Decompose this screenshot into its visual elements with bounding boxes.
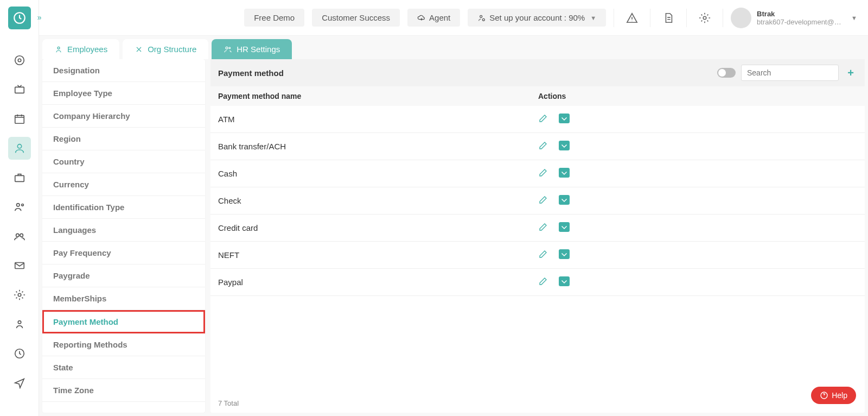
help-button[interactable]: Help — [811, 387, 856, 404]
settings-item-payment-method[interactable]: Payment Method — [42, 310, 205, 333]
setup-account-button[interactable]: Set up your account : 90% ▼ — [468, 9, 606, 27]
nav-profile[interactable] — [8, 313, 31, 336]
svg-rect-6 — [15, 175, 24, 181]
edit-icon[interactable] — [538, 168, 548, 179]
nav-people[interactable] — [8, 137, 31, 160]
tab-hr-settings[interactable]: HR Settings — [212, 39, 292, 59]
settings-item-reporting-methods[interactable]: Reporting Methods — [42, 333, 205, 356]
content-panel: Payment method + Payment method name Act… — [210, 59, 865, 413]
settings-sidebar: Designation Employee Type Company Hierar… — [42, 59, 205, 413]
column-actions-header: Actions — [538, 92, 603, 100]
svg-point-2 — [18, 59, 21, 62]
people-settings-icon — [224, 45, 232, 54]
archive-icon[interactable] — [559, 141, 570, 150]
table-row: Credit card — [210, 215, 865, 242]
help-icon — [820, 391, 828, 400]
archive-icon[interactable] — [559, 114, 570, 123]
settings-item-paygrade[interactable]: Paygrade — [42, 264, 205, 287]
svg-point-16 — [483, 18, 485, 21]
settings-item-identification-type[interactable]: Identification Type — [42, 196, 205, 219]
divider — [723, 9, 723, 27]
edit-icon[interactable] — [538, 222, 548, 234]
nav-calendar[interactable] — [8, 108, 31, 130]
agent-button[interactable]: Agent — [407, 9, 460, 27]
archive-icon[interactable] — [559, 276, 570, 286]
table-row: Bank transfer/ACH — [210, 133, 865, 160]
settings-item-pay-frequency[interactable]: Pay Frequency — [42, 242, 205, 264]
tab-hr-label: HR Settings — [237, 45, 280, 54]
tab-org-structure[interactable]: Org Structure — [123, 39, 208, 59]
settings-item-time-zone[interactable]: Time Zone — [42, 379, 205, 402]
document-icon[interactable] — [658, 8, 679, 28]
chevron-down-icon: ▼ — [851, 15, 857, 21]
free-demo-button[interactable]: Free Demo — [244, 9, 304, 27]
svg-point-19 — [226, 47, 228, 49]
row-name: NEFT — [218, 250, 538, 260]
settings-item-memberships[interactable]: MemberShips — [42, 287, 205, 310]
settings-item-company-hierarchy[interactable]: Company Hierarchy — [42, 105, 205, 128]
avatar — [731, 8, 751, 28]
expand-sidebar-icon[interactable]: » — [37, 13, 42, 22]
settings-item-employee-type[interactable]: Employee Type — [42, 82, 205, 105]
edit-icon[interactable] — [538, 141, 548, 152]
tab-employees[interactable]: Employees — [42, 39, 119, 59]
nav-mail[interactable] — [8, 254, 31, 277]
archive-icon[interactable] — [559, 222, 570, 232]
user-email: btrak607-development@gm... — [757, 18, 844, 26]
tools-icon — [135, 45, 143, 54]
column-name-header: Payment method name — [218, 92, 538, 100]
nav-clock[interactable] — [8, 342, 31, 365]
settings-item-state[interactable]: State — [42, 356, 205, 379]
add-button[interactable]: + — [844, 66, 857, 79]
table-row: Cash — [210, 160, 865, 187]
table-body: ATMBank transfer/ACHCashCheckCredit card… — [210, 106, 865, 394]
edit-icon[interactable] — [538, 249, 548, 261]
gear-icon[interactable] — [694, 8, 715, 28]
row-name: Cash — [218, 169, 538, 178]
nav-briefcase[interactable] — [8, 166, 31, 189]
user-menu[interactable]: Btrak btrak607-development@gm... ▼ — [731, 8, 857, 28]
svg-rect-4 — [15, 116, 24, 124]
edit-icon[interactable] — [538, 195, 548, 206]
svg-point-7 — [16, 204, 20, 207]
nav-team[interactable] — [8, 225, 31, 248]
table-row: Paypal — [210, 269, 865, 296]
nav-settings[interactable] — [8, 283, 31, 306]
settings-item-languages[interactable]: Languages — [42, 219, 205, 242]
archive-icon[interactable] — [559, 249, 570, 259]
divider — [614, 9, 614, 27]
settings-item-designation[interactable]: Designation — [42, 59, 205, 82]
cloud-icon — [417, 14, 426, 22]
archive-icon[interactable] — [559, 168, 570, 178]
setup-label: Set up your account : 90% — [489, 13, 585, 22]
settings-item-currency[interactable]: Currency — [42, 173, 205, 196]
alert-icon[interactable] — [622, 8, 642, 28]
help-label: Help — [832, 391, 847, 400]
edit-icon[interactable] — [538, 114, 548, 125]
app-logo[interactable]: » — [8, 7, 31, 29]
nav-dashboard[interactable] — [8, 49, 31, 72]
settings-item-country[interactable]: Country — [42, 150, 205, 173]
divider — [650, 9, 650, 27]
tab-org-label: Org Structure — [148, 45, 196, 54]
archive-toggle[interactable] — [717, 68, 736, 78]
table-row: Check — [210, 187, 865, 215]
nav-contact[interactable] — [8, 196, 31, 218]
svg-point-10 — [20, 234, 22, 237]
svg-point-5 — [17, 144, 21, 148]
row-name: ATM — [218, 115, 538, 124]
customer-success-button[interactable]: Customer Success — [312, 9, 400, 27]
archive-icon[interactable] — [559, 195, 570, 205]
user-setup-icon — [477, 14, 486, 22]
nav-location[interactable] — [8, 371, 31, 394]
svg-point-12 — [18, 293, 21, 297]
settings-item-region[interactable]: Region — [42, 128, 205, 150]
svg-point-8 — [21, 204, 23, 206]
nav-tv[interactable] — [8, 78, 31, 101]
search-input[interactable] — [741, 65, 839, 81]
svg-point-15 — [480, 15, 482, 17]
edit-icon[interactable] — [538, 276, 548, 288]
svg-point-1 — [15, 56, 24, 65]
user-name: Btrak — [757, 10, 844, 18]
content-header: Payment method + — [210, 59, 865, 86]
